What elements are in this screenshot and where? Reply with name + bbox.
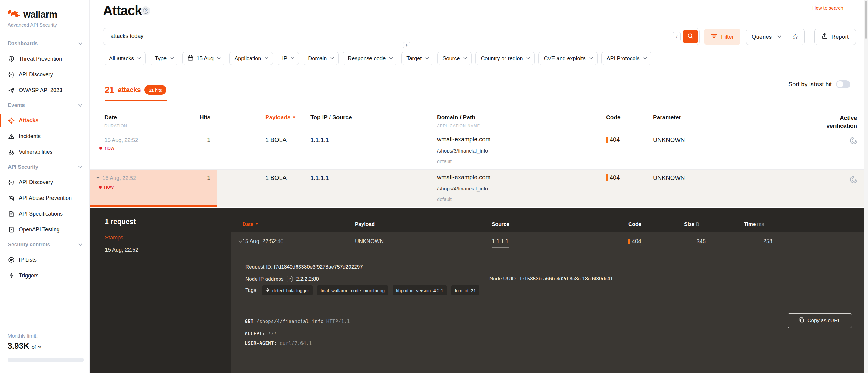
path-value[interactable]: /shops/3/financial_info (437, 148, 491, 154)
chevron-down-icon (331, 56, 334, 59)
search-button[interactable] (683, 30, 698, 43)
sort-toggle[interactable] (836, 80, 850, 88)
domain-value[interactable]: wmall-example.com (437, 136, 491, 143)
search-input[interactable]: attacks today (111, 33, 144, 39)
export-icon (822, 33, 828, 41)
monthly-limit-progressbar (7, 358, 84, 362)
page-scrollbar[interactable] (864, 0, 868, 373)
filter-chips-row: All attacks Type 15 Aug Application IP D… (104, 52, 651, 65)
payloads-value[interactable]: 1 BOLA (265, 136, 286, 144)
active-tab-underline (105, 100, 167, 101)
copy-as-curl-button[interactable]: Copy as cURL (788, 313, 852, 328)
sidebar-item-api-abuse-prevention[interactable]: API Abuse Prevention (0, 190, 90, 206)
chip-country[interactable]: Country or region (475, 52, 534, 65)
payloads-value[interactable]: 1 BOLA (265, 175, 286, 181)
search-bar[interactable]: attacks today / ▲▼ (103, 28, 700, 45)
sidebar-item-ip-lists[interactable]: IP Lists (0, 252, 90, 268)
search-expand-handle[interactable]: ▲▼ (403, 42, 410, 48)
req-col-size[interactable]: Size B (684, 221, 699, 227)
request-size: 345 (675, 238, 706, 245)
chip-target[interactable]: Target (401, 52, 433, 65)
report-button[interactable]: Report (814, 29, 856, 45)
chevron-down-icon (217, 56, 220, 59)
help-icon[interactable]: ? (286, 276, 293, 282)
tag-chip[interactable]: final_wallarm_mode: monitoring (317, 285, 388, 296)
sidebar-item-api-specifications[interactable]: API Specifications (0, 206, 90, 222)
help-icon[interactable]: ? (141, 6, 150, 15)
lightning-icon (266, 288, 270, 293)
chip-ip[interactable]: IP (277, 52, 299, 65)
chevron-down-icon (79, 41, 82, 45)
tag-chip[interactable]: lom_id: 21 (451, 285, 479, 296)
star-icon: ☆ (792, 32, 799, 41)
sidebar-item-vulnerabilities[interactable]: Vulnerabilities (0, 144, 90, 160)
sidebar-item-incidents[interactable]: Incidents (0, 128, 90, 144)
tags-label: Tags: (245, 287, 258, 293)
chevron-down-icon (390, 56, 393, 59)
filter-button[interactable]: Filter (704, 29, 741, 45)
application-value: default (437, 159, 491, 164)
chip-source[interactable]: Source (437, 52, 471, 65)
chip-date[interactable]: 15 Aug (182, 52, 225, 65)
sidebar-item-threat-prevention[interactable]: Threat Prevention (0, 51, 90, 67)
book-check-icon (8, 226, 14, 233)
col-payloads[interactable]: Payloads ▼ (265, 114, 296, 121)
domain-value[interactable]: wmall-example.com (437, 174, 491, 181)
sort-label: Sort by latest hit (788, 81, 832, 88)
how-to-search-link[interactable]: How to search (812, 5, 843, 11)
chevron-down-icon (426, 56, 429, 59)
chip-response-code[interactable]: Response code (343, 52, 397, 65)
favorite-star-button[interactable]: ☆ (786, 29, 805, 45)
sidebar-item-api-discovery[interactable]: API Discovery (0, 67, 90, 82)
document-icon (8, 210, 14, 217)
nav-section-api-security[interactable]: API Security (0, 160, 90, 175)
table-row[interactable]: 15 Aug, 22:52 now 1 1 BOLA 1.1.1.1 wmall… (90, 132, 868, 169)
monthly-limit-value: 3.93K of ∞ (7, 342, 41, 351)
chip-application[interactable]: Application (229, 52, 273, 65)
col-hits[interactable]: Hits (199, 114, 211, 122)
active-verification-icon[interactable] (849, 175, 858, 185)
request-date: 15 Aug, 22:52:40 (242, 238, 283, 245)
request-source[interactable]: 1.1.1.1 (492, 238, 508, 248)
req-col-source: Source (492, 221, 509, 227)
http-header-accept: ACCEPT: */* (245, 331, 277, 336)
top-ip-value[interactable]: 1.1.1.1 (310, 175, 329, 181)
filter-icon (711, 33, 717, 40)
req-col-payload: Payload (355, 221, 375, 227)
scrollbar-thumb[interactable] (865, 1, 867, 39)
sidebar-item-owasp-api-2023[interactable]: OWASP API 2023 (0, 82, 90, 98)
queries-button[interactable]: Queries (746, 29, 786, 45)
nav-section-security-controls[interactable]: Security controls (0, 237, 90, 252)
request-time: 258 (742, 238, 772, 245)
chip-domain[interactable]: Domain (303, 52, 339, 65)
req-col-date[interactable]: Date ▼ (242, 221, 259, 227)
sidebar-item-openapi-testing[interactable]: OpenAPI Testing (0, 222, 90, 237)
braces-check-icon (8, 179, 14, 186)
tag-chip[interactable]: detect-bola-trigger (262, 285, 313, 296)
sidebar-item-triggers[interactable]: Triggers (0, 268, 90, 283)
brand-name: wallarm (23, 9, 57, 20)
request-count: 1 request (105, 218, 136, 226)
col-active-verification: Active verification (815, 114, 857, 130)
chip-api-protocols[interactable]: API Protocols (601, 52, 651, 65)
path-value[interactable]: /shops/4/financial_info (437, 186, 491, 192)
request-payload: UNKNOWN (355, 238, 384, 245)
monthly-limit-label: Monthly limit: (7, 333, 37, 339)
attacks-table: Date DURATION Hits Payloads ▼ Top IP / S… (90, 111, 868, 207)
chip-type[interactable]: Type (150, 52, 178, 65)
node-uuid: Node UUID: fe15853b-a66b-4d2d-8c3c-13cf6… (489, 276, 613, 282)
nav-section-events[interactable]: Events (0, 98, 90, 113)
sidebar-item-api-discovery-2[interactable]: API Discovery (0, 175, 90, 190)
active-verification-icon[interactable] (849, 136, 858, 146)
top-ip-value[interactable]: 1.1.1.1 (310, 136, 329, 144)
chip-cve[interactable]: CVE and exploits (538, 52, 597, 65)
tag-chip[interactable]: libproton_version: 4.2.1 (393, 285, 447, 296)
col-duration: DURATION (104, 124, 127, 128)
chevron-down-icon (137, 56, 141, 59)
table-row-expanded[interactable]: 15 Aug, 22:52 now 1 1 BOLA 1.1.1.1 wmall… (90, 169, 868, 207)
nav-section-dashboards[interactable]: Dashboards (0, 36, 90, 51)
chip-all-attacks[interactable]: All attacks (104, 52, 146, 65)
col-domain: Domain / Path (437, 114, 480, 121)
sidebar-item-attacks[interactable]: Attacks (0, 113, 90, 128)
req-col-time[interactable]: Time ms (744, 221, 764, 227)
